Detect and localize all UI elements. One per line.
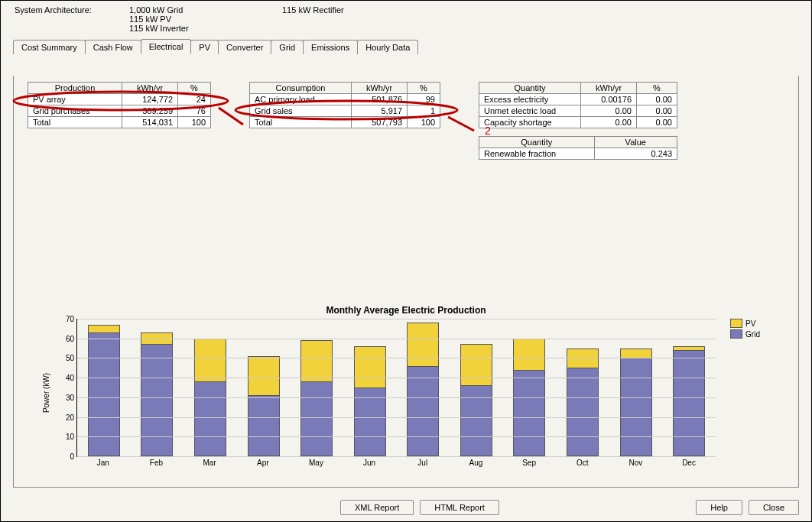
tab-emissions[interactable]: Emissions bbox=[303, 40, 358, 54]
tab-cash-flow[interactable]: Cash Flow bbox=[85, 40, 141, 54]
bar-grid bbox=[513, 370, 545, 456]
bar-pv bbox=[460, 344, 492, 385]
monthly-production-chart: Monthly Average Electric Production Powe… bbox=[50, 305, 762, 473]
bar-pv bbox=[354, 346, 386, 387]
bar-column bbox=[620, 349, 652, 456]
bar-pv bbox=[407, 323, 439, 366]
quantity-table-2: QuantityValueRenewable fraction0.243 bbox=[479, 136, 677, 160]
tab-hourly-data[interactable]: Hourly Data bbox=[357, 40, 418, 54]
consumption-table: ConsumptionkWh/yr%AC primary load501,876… bbox=[249, 82, 440, 128]
bar-grid bbox=[460, 385, 492, 456]
table-row: Capacity shortage0.000.00 bbox=[479, 117, 677, 128]
bar-grid bbox=[88, 332, 120, 456]
header-col2-0: 115 kW Rectifier bbox=[282, 5, 435, 15]
table-row: Renewable fraction0.243 bbox=[479, 148, 677, 160]
production-table: ProductionkWh/yr%PV array124,77224Grid p… bbox=[28, 82, 211, 128]
legend-swatch-grid bbox=[730, 329, 742, 339]
html-report-button[interactable]: HTML Report bbox=[420, 500, 499, 515]
table-row: Grid purchases389,25976 bbox=[28, 105, 211, 117]
tab-grid[interactable]: Grid bbox=[271, 40, 304, 54]
tab-cost-summary[interactable]: Cost Summary bbox=[13, 40, 86, 54]
chart-ylabel: Power (kW) bbox=[42, 373, 50, 413]
tab-converter[interactable]: Converter bbox=[218, 40, 271, 54]
bar-pv bbox=[620, 349, 652, 358]
tab-content-electrical: ProductionkWh/yr%PV array124,77224Grid p… bbox=[13, 76, 799, 488]
bar-pv bbox=[513, 339, 545, 370]
bar-pv bbox=[248, 356, 280, 395]
tab-bar: Cost SummaryCash FlowElectricalPVConvert… bbox=[13, 39, 799, 55]
bar-column bbox=[567, 349, 599, 456]
bar-grid bbox=[248, 395, 280, 456]
svg-line-1 bbox=[219, 108, 243, 125]
header-col1-1: 115 kW PV bbox=[129, 15, 282, 24]
bar-pv bbox=[88, 325, 120, 332]
bar-grid bbox=[567, 368, 599, 456]
chart-title: Monthly Average Electric Production bbox=[50, 305, 762, 316]
bar-column bbox=[673, 346, 705, 456]
bar-pv bbox=[194, 339, 226, 382]
system-architecture-header: System Architecture: 1,000 kW Grid 115 k… bbox=[1, 1, 811, 34]
quantity-table-1: QuantitykWh/yr%Excess electricity0.00176… bbox=[479, 82, 677, 128]
header-col1-2: 115 kW Inverter bbox=[129, 24, 282, 33]
table-row: Grid sales5,9171 bbox=[250, 105, 440, 117]
button-bar: XML Report HTML Report Help Close bbox=[1, 500, 811, 515]
bar-grid bbox=[141, 344, 173, 456]
chart-legend: PV Grid bbox=[730, 319, 760, 340]
bar-column bbox=[141, 332, 173, 456]
table-row: Excess electricity0.001760.00 bbox=[479, 94, 677, 105]
svg-line-3 bbox=[448, 117, 474, 131]
table-row: PV array124,77224 bbox=[28, 94, 211, 105]
bar-grid bbox=[407, 366, 439, 456]
bar-grid bbox=[620, 358, 652, 456]
xml-report-button[interactable]: XML Report bbox=[340, 500, 414, 515]
table-row: Total507,793100 bbox=[250, 117, 440, 128]
bar-column bbox=[354, 346, 386, 456]
help-button[interactable]: Help bbox=[696, 500, 742, 515]
bar-column bbox=[248, 356, 280, 456]
header-col1-0: 1,000 kW Grid bbox=[129, 5, 282, 15]
tab-pv[interactable]: PV bbox=[190, 40, 219, 54]
table-row: Unmet electric load0.000.00 bbox=[479, 105, 677, 117]
tab-electrical[interactable]: Electrical bbox=[141, 39, 192, 54]
close-button[interactable]: Close bbox=[749, 500, 799, 515]
bar-grid bbox=[300, 381, 333, 456]
header-label: System Architecture: bbox=[15, 5, 129, 15]
bar-column bbox=[460, 344, 492, 456]
bar-pv bbox=[300, 340, 333, 381]
table-row: AC primary load501,87699 bbox=[250, 94, 440, 105]
bar-grid bbox=[194, 381, 226, 456]
legend-swatch-pv bbox=[730, 319, 742, 328]
table-row: Total514,031100 bbox=[28, 117, 211, 128]
bar-grid bbox=[673, 350, 705, 456]
